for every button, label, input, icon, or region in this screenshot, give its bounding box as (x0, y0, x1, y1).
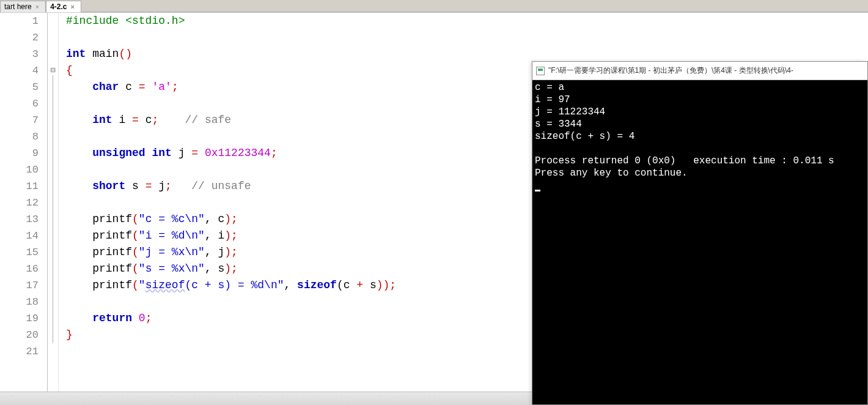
fold-spacer (48, 13, 58, 29)
code-line[interactable] (66, 29, 868, 46)
tab-start-here[interactable]: tart here × (0, 1, 46, 12)
line-number: 17 (0, 277, 39, 294)
line-number: 16 (0, 261, 39, 277)
line-number: 21 (0, 343, 39, 360)
code-line[interactable]: int main() (66, 46, 868, 62)
code-line[interactable]: #include <stdio.h> (66, 13, 868, 29)
tab-label: tart here (4, 2, 32, 11)
line-number: 5 (0, 79, 39, 95)
line-number: 1 (0, 13, 39, 29)
console-window[interactable]: "F:\研一需要学习的课程\第1期 - 初出茅庐（免费）\第4课 - 类型转换\… (532, 61, 868, 405)
line-number: 4 (0, 62, 39, 79)
line-number: 12 (0, 195, 39, 211)
line-number: 8 (0, 128, 39, 145)
line-number: 20 (0, 327, 39, 343)
console-title-text: "F:\研一需要学习的课程\第1期 - 初出茅庐（免费）\第4课 - 类型转换\… (548, 65, 793, 76)
fold-spacer (48, 29, 58, 46)
close-icon[interactable]: × (34, 3, 40, 10)
line-number: 7 (0, 112, 39, 128)
cursor (535, 190, 540, 191)
line-number: 15 (0, 244, 39, 261)
line-number: 13 (0, 211, 39, 228)
line-number: 6 (0, 95, 39, 112)
fold-spacer (48, 343, 58, 360)
fold-column: ⊟ (48, 13, 59, 392)
line-number: 10 (0, 162, 39, 178)
line-number-gutter: 123456789101112131415161718192021 (0, 13, 48, 392)
line-number: 2 (0, 29, 39, 46)
fold-spacer (48, 46, 58, 62)
tab-bar: tart here × 4-2.c × (0, 0, 868, 12)
tab-4-2-c[interactable]: 4-2.c × (46, 1, 81, 12)
line-number: 9 (0, 145, 39, 162)
line-number: 3 (0, 46, 39, 62)
app-icon (536, 67, 545, 75)
line-number: 11 (0, 178, 39, 195)
tab-label: 4-2.c (50, 2, 67, 11)
console-titlebar[interactable]: "F:\研一需要学习的课程\第1期 - 初出茅庐（免费）\第4课 - 类型转换\… (532, 62, 867, 80)
line-number: 19 (0, 310, 39, 327)
line-number: 14 (0, 228, 39, 244)
line-number: 18 (0, 294, 39, 310)
console-output[interactable]: c = a i = 97 j = 11223344 s = 3344 sizeo… (532, 80, 867, 404)
close-icon[interactable]: × (70, 3, 76, 10)
